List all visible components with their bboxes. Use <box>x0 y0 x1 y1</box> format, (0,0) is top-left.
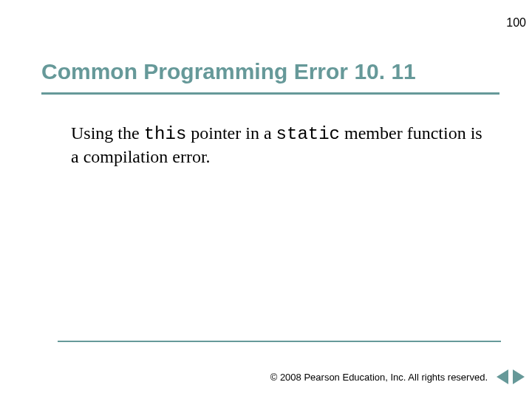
previous-slide-icon[interactable] <box>497 369 508 384</box>
body-part-1: Using the <box>71 123 144 143</box>
slide-title: Common Programming Error 10. 11 <box>41 59 416 84</box>
footer: © 2008 Pearson Education, Inc. All right… <box>270 369 525 384</box>
next-slide-icon[interactable] <box>513 369 525 384</box>
footer-rule <box>58 341 501 342</box>
title-underline <box>41 92 499 95</box>
code-static: static <box>276 124 340 144</box>
copyright-text: © 2008 Pearson Education, Inc. All right… <box>270 372 488 383</box>
body-part-2: pointer in a <box>186 123 276 143</box>
code-this: this <box>144 124 187 144</box>
body-text: Using the this pointer in a static membe… <box>71 122 485 168</box>
page-number: 100 <box>506 16 526 30</box>
